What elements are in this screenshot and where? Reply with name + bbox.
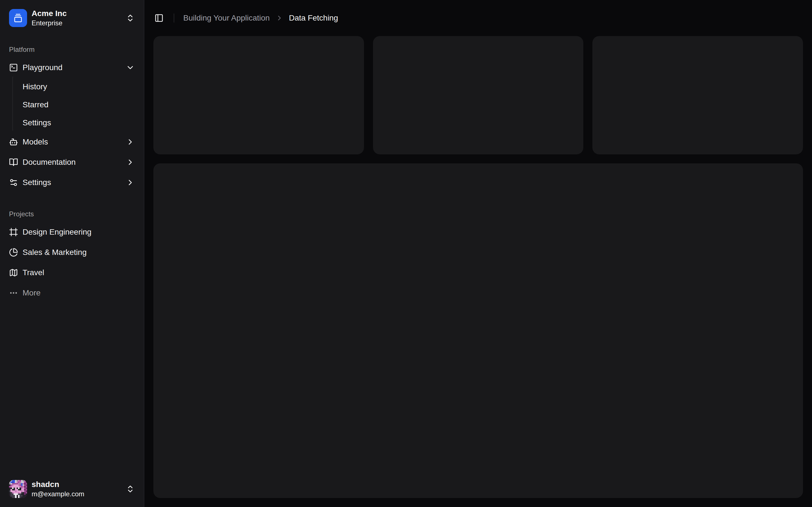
team-plan: Enterprise: [32, 19, 121, 27]
chevron-right-icon: [126, 137, 135, 147]
settings-2-icon: [9, 178, 18, 187]
menu-item: Sales & Marketing: [4, 243, 139, 262]
sidebar-item-label: Playground: [22, 63, 63, 72]
group-label-projects: Projects: [4, 205, 139, 223]
chevron-down-icon: [126, 63, 135, 72]
header: Building Your Application Data Fetching: [144, 0, 812, 36]
placeholder-card: [373, 36, 583, 154]
sidebar-item-label: Travel: [22, 268, 44, 277]
sidebar-item-sales-marketing[interactable]: Sales & Marketing: [4, 243, 139, 262]
breadcrumb: Building Your Application Data Fetching: [183, 13, 338, 22]
group-label-platform: Platform: [4, 41, 139, 59]
team-name: Acme Inc: [32, 9, 121, 18]
user-info: shadcn m@example.com: [32, 480, 121, 498]
projects-menu: Design Engineering Sales & Marketing: [4, 223, 139, 302]
chevrons-up-down-icon: [126, 485, 135, 494]
sidebar-item-documentation[interactable]: Documentation: [4, 153, 139, 171]
menu-item: Playground History Starred Set: [4, 59, 139, 131]
sidebar-group-platform: Platform Playground History: [4, 32, 139, 196]
sidebar-item-label: Models: [22, 137, 48, 147]
sidebar-item-label: Sales & Marketing: [22, 248, 87, 257]
sidebar-subitem-settings[interactable]: Settings: [18, 115, 139, 131]
user-menu-button[interactable]: shadcn m@example.com: [4, 475, 139, 503]
sidebar-item-travel[interactable]: Travel: [4, 264, 139, 282]
sidebar-item-settings[interactable]: Settings: [4, 173, 139, 191]
bot-icon: [9, 137, 18, 147]
user-avatar: [9, 480, 27, 498]
menu-item: Settings: [4, 173, 139, 191]
app-root: Acme Inc Enterprise Platform Playground: [0, 0, 812, 507]
menu-item: Design Engineering: [4, 223, 139, 241]
square-terminal-icon: [9, 63, 18, 72]
submenu-item: History: [18, 79, 139, 95]
menu-item: Models: [4, 133, 139, 151]
breadcrumb-page: Data Fetching: [289, 13, 338, 22]
chevron-right-icon: [126, 158, 135, 167]
sidebar-subitem-starred[interactable]: Starred: [18, 97, 139, 113]
sidebar-item-models[interactable]: Models: [4, 133, 139, 151]
user-email: m@example.com: [32, 490, 121, 498]
submenu-item: Settings: [18, 115, 139, 131]
sidebar-item-label: Documentation: [22, 158, 75, 167]
frame-icon: [9, 228, 18, 237]
sidebar-subitem-history[interactable]: History: [18, 79, 139, 95]
placeholder-panel: [153, 163, 803, 498]
sidebar: Acme Inc Enterprise Platform Playground: [0, 0, 144, 507]
book-open-icon: [9, 158, 18, 167]
platform-menu: Playground History Starred Set: [4, 59, 139, 191]
menu-item: Travel: [4, 264, 139, 282]
sidebar-item-label: Design Engineering: [22, 228, 91, 237]
sidebar-item-label: More: [22, 288, 41, 297]
sidebar-group-projects: Projects Design Engineering: [4, 196, 139, 306]
sidebar-item-design-engineering[interactable]: Design Engineering: [4, 223, 139, 241]
chevron-right-icon: [126, 178, 135, 187]
team-switcher-button[interactable]: Acme Inc Enterprise: [4, 4, 139, 32]
content: [144, 36, 812, 507]
menu-item: Documentation: [4, 153, 139, 171]
map-icon: [9, 268, 18, 277]
gallery-vertical-end-icon: [9, 9, 27, 27]
panel-left-icon: [154, 13, 163, 22]
main-area: Building Your Application Data Fetching: [144, 0, 812, 507]
sidebar-item-more[interactable]: More: [4, 284, 139, 302]
header-separator: [174, 13, 174, 22]
sidebar-item-label: Settings: [22, 178, 51, 187]
chart-pie-icon: [9, 248, 18, 257]
ellipsis-icon: [9, 288, 18, 297]
playground-submenu: History Starred Settings: [12, 76, 139, 131]
breadcrumb-chevron-icon: [275, 14, 283, 22]
placeholder-card: [592, 36, 803, 154]
placeholder-card: [153, 36, 364, 154]
user-name: shadcn: [32, 480, 121, 489]
sidebar-toggle-button[interactable]: [151, 10, 167, 26]
chevrons-up-down-icon: [126, 13, 135, 22]
menu-item: More: [4, 284, 139, 302]
sidebar-item-playground[interactable]: Playground: [4, 59, 139, 76]
team-info: Acme Inc Enterprise: [32, 9, 121, 27]
cards-row: [153, 36, 803, 154]
sidebar-footer: shadcn m@example.com: [4, 475, 139, 503]
breadcrumb-link[interactable]: Building Your Application: [183, 13, 270, 22]
submenu-item: Starred: [18, 97, 139, 113]
